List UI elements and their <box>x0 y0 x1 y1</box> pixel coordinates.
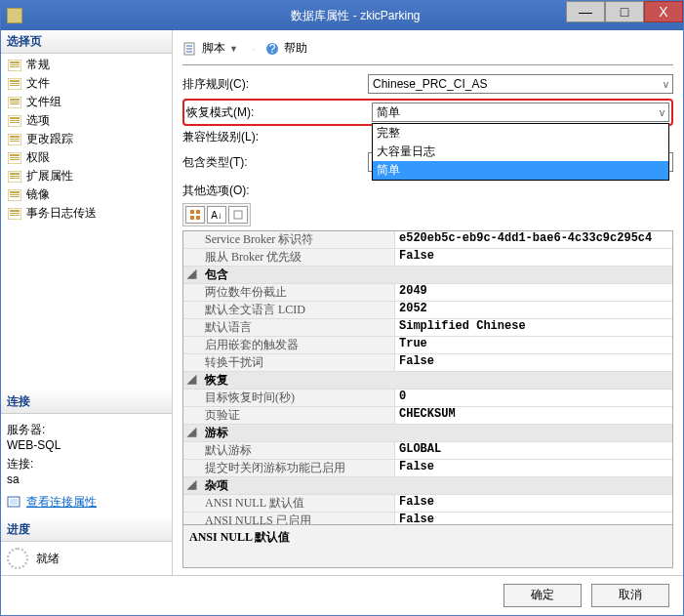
title-bar: 数据库属性 - zkicParking — □ X <box>1 1 683 30</box>
recovery-option-bulk[interactable]: 大容量日志 <box>373 143 668 161</box>
nav-item-filegroups[interactable]: 文件组 <box>1 93 172 111</box>
propgrid-row[interactable]: 默认游标GLOBAL <box>183 442 672 460</box>
svg-rect-13 <box>10 117 20 119</box>
nav-item-general[interactable]: 常规 <box>1 56 172 74</box>
prop-name: ANSI NULLS 已启用 <box>199 513 394 525</box>
svg-rect-5 <box>10 80 20 82</box>
recovery-select[interactable]: 简单 v <box>372 103 669 122</box>
prop-value[interactable]: False <box>394 495 672 512</box>
nav-item-logship[interactable]: 事务日志传送 <box>1 204 172 223</box>
svg-rect-11 <box>10 103 20 104</box>
select-page-header: 选择页 <box>1 30 172 54</box>
svg-rect-21 <box>10 154 20 156</box>
propgrid-toolbar: A↓ <box>182 203 251 226</box>
propgrid-row[interactable]: 转换干扰词False <box>183 354 672 372</box>
nav-label: 常规 <box>26 57 50 73</box>
maximize-button[interactable]: □ <box>605 1 644 22</box>
prop-name: 服从 Broker 优先级 <box>199 249 394 266</box>
propgrid-row[interactable]: ANSI NULL 默认值False <box>183 495 672 513</box>
prop-value[interactable]: False <box>394 513 672 525</box>
left-panel: 选择页 常规 文件 文件组 选项 更改跟踪 权限 扩展属性 镜像 事务日志传送 … <box>1 30 173 575</box>
blank <box>183 337 199 353</box>
svg-rect-31 <box>10 196 20 197</box>
window-icon <box>7 8 22 23</box>
collapse-icon: ◢ <box>183 267 199 283</box>
propgrid-row[interactable]: 启用嵌套的触发器True <box>183 337 672 354</box>
propgrid-pages-button[interactable] <box>228 206 248 224</box>
prop-value[interactable]: Simplified Chinese <box>394 319 672 336</box>
recovery-option-simple[interactable]: 简单 <box>373 161 668 180</box>
contain-label: 包含类型(T): <box>182 154 368 171</box>
nav-item-permissions[interactable]: 权限 <box>1 148 172 167</box>
propgrid-row[interactable]: ANSI NULLS 已启用False <box>183 513 672 525</box>
property-description-title: ANSI NULL 默认值 <box>189 529 666 546</box>
prop-value[interactable]: False <box>394 460 672 476</box>
svg-rect-42 <box>196 210 200 214</box>
collation-select[interactable]: Chinese_PRC_CI_AS v <box>368 74 673 94</box>
ok-button[interactable]: 确定 <box>503 584 582 607</box>
prop-value[interactable]: False <box>394 249 672 266</box>
connection-icon <box>7 496 22 510</box>
progress-block: 就绪 <box>1 542 172 575</box>
propgrid-row[interactable]: 目标恢复时间(秒)0 <box>183 390 672 407</box>
view-connection-link[interactable]: 查看连接属性 <box>7 494 166 511</box>
cancel-button[interactable]: 取消 <box>591 584 669 607</box>
help-button[interactable]: ? 帮助 <box>264 40 307 57</box>
nav-label: 文件组 <box>26 94 61 110</box>
prop-name: 目标恢复时间(秒) <box>199 390 394 406</box>
svg-rect-14 <box>10 120 20 121</box>
propgrid-row[interactable]: Service Broker 标识符e520eb5c-eb9c-4dd1-bae… <box>183 231 672 249</box>
blank <box>183 319 199 336</box>
prop-value[interactable]: e520eb5c-eb9c-4dd1-bae6-4c33c9c295c4 <box>394 231 672 248</box>
svg-rect-7 <box>10 85 20 86</box>
nav-item-extprops[interactable]: 扩展属性 <box>1 167 172 185</box>
prop-value[interactable]: 2049 <box>394 284 672 301</box>
nav-item-files[interactable]: 文件 <box>1 74 172 93</box>
recovery-option-full[interactable]: 完整 <box>373 124 668 143</box>
prop-value[interactable]: GLOBAL <box>394 442 672 459</box>
propgrid-category[interactable]: ◢游标 <box>183 425 672 442</box>
svg-rect-30 <box>10 194 20 195</box>
propgrid-category[interactable]: ◢杂项 <box>183 477 672 495</box>
propgrid-category[interactable]: ◢恢复 <box>183 372 672 390</box>
propgrid-row[interactable]: 默认全文语言 LCID2052 <box>183 302 672 319</box>
prop-value[interactable]: 0 <box>394 390 672 406</box>
minimize-button[interactable]: — <box>566 1 605 22</box>
svg-rect-22 <box>10 157 20 158</box>
categorized-button[interactable] <box>185 206 205 224</box>
other-options-label: 其他选项(O): <box>182 183 673 199</box>
prop-value[interactable]: True <box>394 337 672 353</box>
prop-value[interactable]: False <box>394 354 672 371</box>
propgrid-row[interactable]: 服从 Broker 优先级False <box>183 249 672 267</box>
propgrid-category[interactable]: ◢包含 <box>183 267 672 284</box>
prop-value[interactable]: 2052 <box>394 302 672 318</box>
connection-block: 服务器: WEB-SQL 连接: sa 查看连接属性 <box>1 414 172 518</box>
page-icon <box>7 59 22 72</box>
svg-rect-33 <box>10 210 20 212</box>
propgrid-row[interactable]: 默认语言Simplified Chinese <box>183 319 672 337</box>
prop-name: 提交时关闭游标功能已启用 <box>199 460 394 476</box>
close-button[interactable]: X <box>644 1 683 22</box>
propgrid-row[interactable]: 提交时关闭游标功能已启用False <box>183 460 672 477</box>
propgrid-row[interactable]: 页验证CHECKSUM <box>183 407 672 425</box>
prop-name: 默认全文语言 LCID <box>199 302 394 318</box>
page-icon <box>7 188 22 202</box>
svg-rect-27 <box>10 178 20 179</box>
nav-item-changetracking[interactable]: 更改跟踪 <box>1 130 172 148</box>
property-grid[interactable]: Service Broker 标识符e520eb5c-eb9c-4dd1-bae… <box>182 230 673 525</box>
progress-header: 进度 <box>1 518 172 542</box>
nav-item-options[interactable]: 选项 <box>1 111 172 130</box>
alphabetical-button[interactable]: A↓ <box>207 206 226 224</box>
svg-rect-18 <box>10 139 20 140</box>
svg-rect-19 <box>10 141 20 142</box>
script-icon <box>182 41 198 57</box>
toolbar: 脚本 ▼ · ? 帮助 <box>182 36 673 65</box>
svg-rect-17 <box>10 136 20 138</box>
nav-item-mirroring[interactable]: 镜像 <box>1 185 172 204</box>
nav-list: 常规 文件 文件组 选项 更改跟踪 权限 扩展属性 镜像 事务日志传送 <box>1 54 172 225</box>
script-button[interactable]: 脚本 ▼ <box>182 40 238 57</box>
propgrid-row[interactable]: 两位数年份截止2049 <box>183 284 672 302</box>
prop-value[interactable]: CHECKSUM <box>394 407 672 424</box>
connection-label: 连接: <box>7 456 166 472</box>
recovery-highlight: 恢复模式(M): 简单 v 完整 大容量日志 简单 <box>182 99 673 126</box>
